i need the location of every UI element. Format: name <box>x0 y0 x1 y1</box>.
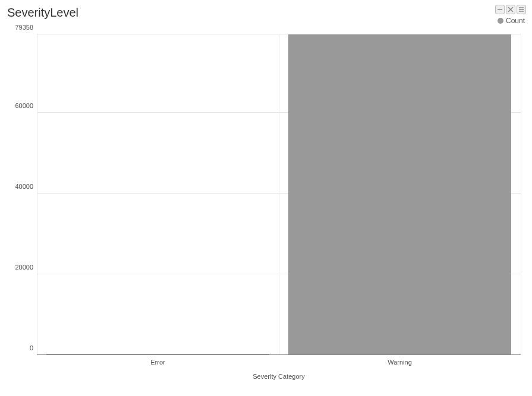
legend: Count <box>498 17 525 25</box>
legend-marker-icon <box>498 18 503 24</box>
y-tick-label: 60000 <box>15 102 33 109</box>
y-tick-label: 0 <box>30 344 33 351</box>
x-tick-label: Error <box>150 359 165 366</box>
x-axis-line <box>37 354 521 355</box>
bar-warning <box>288 34 511 355</box>
chart-title: SeverityLevel <box>7 6 78 20</box>
plot-area: 0 20000 40000 60000 79358 Error Warning … <box>37 34 521 355</box>
legend-label: Count <box>506 17 525 25</box>
expand-button[interactable] <box>506 5 515 14</box>
y-tick-label: 40000 <box>15 183 33 190</box>
y-tick-label: 79358 <box>15 24 33 31</box>
collapse-button[interactable] <box>495 5 505 14</box>
x-tick-label: Warning <box>388 359 412 366</box>
y-tick-label: 20000 <box>15 264 33 271</box>
chart-toolbar <box>495 5 526 14</box>
x-axis-label: Severity Category <box>253 373 304 380</box>
menu-button[interactable] <box>517 5 526 14</box>
